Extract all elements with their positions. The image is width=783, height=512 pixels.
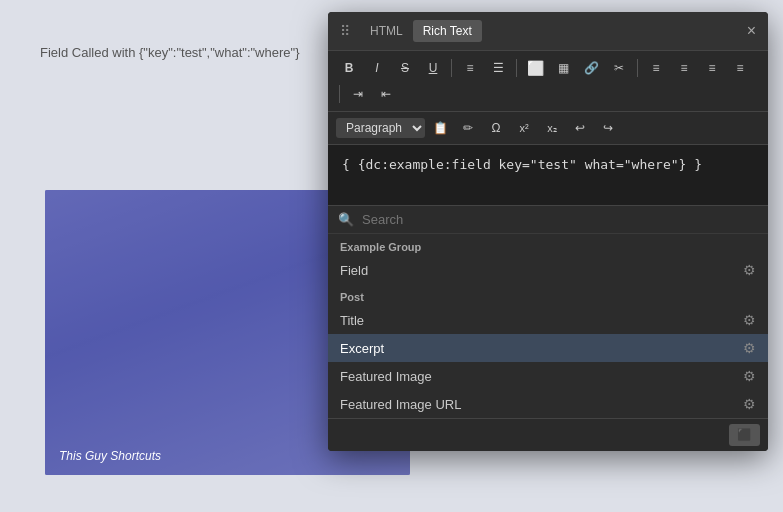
dropdown-item-featured-image-url[interactable]: Featured Image URL ⚙ <box>328 390 768 418</box>
separator-2 <box>516 59 517 77</box>
drag-handle-icon[interactable]: ⠿ <box>340 23 350 39</box>
modal-bottom: ⬛ <box>328 418 768 451</box>
item-featured-image-label: Featured Image <box>340 369 432 384</box>
editor-content[interactable]: { {dc:example:field key="test" what="whe… <box>328 145 768 205</box>
separator-4 <box>339 85 340 103</box>
close-button[interactable]: × <box>747 23 756 39</box>
clear-format-button[interactable]: ✏ <box>455 116 481 140</box>
unordered-list-button[interactable]: ☰ <box>485 56 511 80</box>
gear-icon-featured-image[interactable]: ⚙ <box>743 368 756 384</box>
link-button[interactable]: 🔗 <box>578 56 604 80</box>
align-left-button[interactable]: ≡ <box>643 56 669 80</box>
align-right-button[interactable]: ≡ <box>699 56 725 80</box>
gear-icon-field[interactable]: ⚙ <box>743 262 756 278</box>
modal-header: ⠿ HTML Rich Text × <box>328 12 768 51</box>
group-label-post: Post <box>328 284 768 306</box>
insert-icon: ⬛ <box>737 428 752 442</box>
insert-button[interactable]: ⬛ <box>729 424 760 446</box>
item-featured-image-url-label: Featured Image URL <box>340 397 461 412</box>
dropdown-panel: 🔍 Example Group Field ⚙ Post Title ⚙ Exc… <box>328 205 768 418</box>
group-label-example: Example Group <box>328 234 768 256</box>
tab-html[interactable]: HTML <box>360 20 413 42</box>
table-button[interactable]: ▦ <box>550 56 576 80</box>
redo-button[interactable]: ↪ <box>595 116 621 140</box>
image-button[interactable]: ⬜ <box>522 56 548 80</box>
separator-1 <box>451 59 452 77</box>
indent-button[interactable]: ⇥ <box>345 82 371 106</box>
clipboard-button[interactable]: 📋 <box>427 116 453 140</box>
search-icon: 🔍 <box>338 212 354 227</box>
gear-icon-title[interactable]: ⚙ <box>743 312 756 328</box>
item-title-label: Title <box>340 313 364 328</box>
toolbar-row2: Paragraph Heading 1 Heading 2 📋 ✏ Ω x² x… <box>328 112 768 145</box>
dropdown-item-excerpt[interactable]: Excerpt ⚙ <box>328 334 768 362</box>
editor-modal: ⠿ HTML Rich Text × B I S U ≡ ☰ ⬜ ▦ 🔗 ✂ ≡… <box>328 12 768 451</box>
item-field-label: Field <box>340 263 368 278</box>
gear-icon-featured-image-url[interactable]: ⚙ <box>743 396 756 412</box>
ordered-list-button[interactable]: ≡ <box>457 56 483 80</box>
dropdown-item-featured-image[interactable]: Featured Image ⚙ <box>328 362 768 390</box>
bold-button[interactable]: B <box>336 56 362 80</box>
toolbar-row1: B I S U ≡ ☰ ⬜ ▦ 🔗 ✂ ≡ ≡ ≡ ≡ ⇥ ⇤ <box>328 51 768 112</box>
editor-text: { {dc:example:field key="test" what="whe… <box>342 157 702 172</box>
separator-3 <box>637 59 638 77</box>
align-center-button[interactable]: ≡ <box>671 56 697 80</box>
paragraph-select[interactable]: Paragraph Heading 1 Heading 2 <box>336 118 425 138</box>
search-bar: 🔍 <box>328 206 768 234</box>
item-excerpt-label: Excerpt <box>340 341 384 356</box>
dropdown-item-field[interactable]: Field ⚙ <box>328 256 768 284</box>
special-char-button[interactable]: Ω <box>483 116 509 140</box>
italic-button[interactable]: I <box>364 56 390 80</box>
subscript-button[interactable]: x₂ <box>539 116 565 140</box>
search-input[interactable] <box>362 212 758 227</box>
image-caption: This Guy Shortcuts <box>59 449 161 463</box>
undo-button[interactable]: ↩ <box>567 116 593 140</box>
outdent-button[interactable]: ⇤ <box>373 82 399 106</box>
dropdown-item-title[interactable]: Title ⚙ <box>328 306 768 334</box>
justify-button[interactable]: ≡ <box>727 56 753 80</box>
field-called-label: Field Called with {"key":"test","what":"… <box>40 45 299 60</box>
superscript-button[interactable]: x² <box>511 116 537 140</box>
tab-rich-text[interactable]: Rich Text <box>413 20 482 42</box>
strikethrough-button[interactable]: S <box>392 56 418 80</box>
underline-button[interactable]: U <box>420 56 446 80</box>
unlink-button[interactable]: ✂ <box>606 56 632 80</box>
gear-icon-excerpt[interactable]: ⚙ <box>743 340 756 356</box>
